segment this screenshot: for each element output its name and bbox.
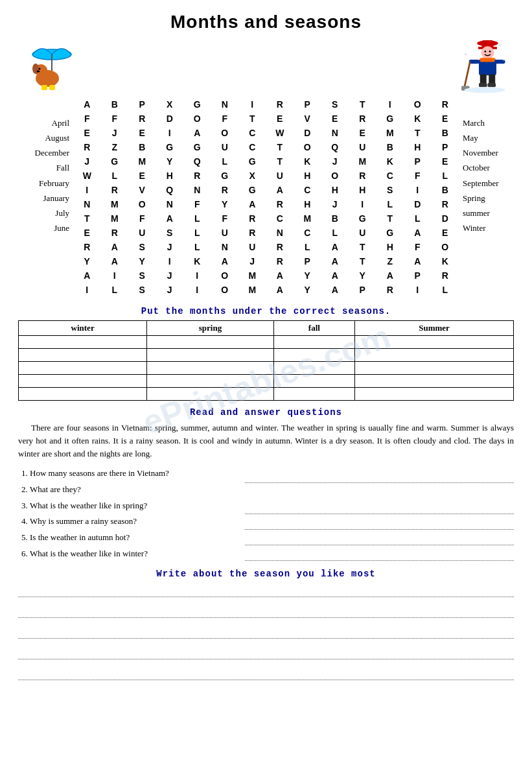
svg-point-12 [481, 46, 494, 59]
grid-cell: E [321, 112, 349, 126]
grid-cell: S [376, 183, 404, 197]
grid-cell: G [183, 97, 211, 112]
col-winter: winter [19, 321, 147, 336]
write-lines [18, 583, 514, 680]
grid-cell: U [128, 226, 156, 240]
grid-cell: A [376, 268, 404, 283]
svg-point-25 [465, 87, 505, 93]
answer-line [245, 515, 514, 530]
grid-cell: A [321, 240, 349, 254]
grid-cell: Y [128, 254, 156, 268]
season-cell [273, 336, 354, 349]
grid-cell: A [321, 283, 349, 297]
grid-cell: F [183, 197, 211, 211]
grid-cell: R [73, 240, 101, 254]
grid-cell: T [376, 211, 404, 226]
grid-cell: L [101, 283, 129, 297]
grid-cell: R [101, 183, 129, 197]
grid-cell: A [321, 268, 349, 283]
grid-cell: H [404, 140, 432, 154]
svg-rect-7 [41, 85, 47, 90]
grid-cell: O [321, 169, 349, 183]
grid-cell: R [266, 197, 294, 211]
answer-line [245, 547, 514, 561]
grid-cell: M [238, 283, 266, 297]
grid-cell: L [404, 211, 432, 226]
grid-cell: G [183, 140, 211, 154]
grid-cell: U [349, 226, 376, 240]
grid-cell: A [404, 254, 432, 268]
grid-cell: L [211, 154, 239, 169]
write-line [18, 666, 514, 680]
season-cell [273, 362, 354, 375]
question-item: Why is summer a rainy season? [30, 514, 238, 530]
grid-cell: T [266, 154, 294, 169]
word-item: September [463, 176, 514, 191]
grid-cell: M [349, 154, 376, 169]
grid-cell: P [432, 140, 459, 154]
grid-cell: I [183, 283, 211, 297]
grid-cell: Q [321, 140, 349, 154]
grid-cell: O [432, 240, 459, 254]
season-cell [273, 388, 354, 401]
grid-cell: H [294, 169, 321, 183]
grid-cell: Y [73, 254, 101, 268]
word-item: August [18, 130, 69, 145]
grid-cell: T [266, 140, 294, 154]
grid-cell: L [294, 240, 321, 254]
grid-cell: Y [156, 154, 184, 169]
grid-cell: E [266, 112, 294, 126]
grid-cell: E [128, 126, 156, 140]
svg-point-6 [37, 71, 40, 73]
grid-cell: H [321, 183, 349, 197]
question-item: What is the weather like in winter? [30, 546, 238, 562]
word-item: April [18, 115, 69, 130]
grid-cell: D [294, 126, 321, 140]
grid-cell: C [266, 211, 294, 226]
col-spring: spring [147, 321, 273, 336]
grid-cell: A [156, 211, 184, 226]
answers-column [245, 466, 514, 562]
grid-cell: H [376, 240, 404, 254]
grid-cell: Z [376, 254, 404, 268]
right-illustration: * * * [456, 36, 514, 95]
word-item: Winter [463, 220, 514, 235]
grid-cell: J [321, 154, 349, 169]
grid-cell: N [211, 97, 239, 112]
grid-cell: C [376, 169, 404, 183]
grid-cell: S [128, 283, 156, 297]
wordsearch-section: April August December Fall February Janu… [18, 97, 514, 297]
grid-cell: S [156, 226, 184, 240]
svg-text:*: * [498, 43, 502, 49]
grid-cell: J [321, 197, 349, 211]
grid-cell: O [183, 112, 211, 126]
grid-cell: R [238, 211, 266, 226]
grid-cell: G [238, 183, 266, 197]
word-list-left: April August December Fall February Janu… [18, 97, 73, 235]
svg-point-5 [39, 68, 41, 70]
grid-cell: F [404, 169, 432, 183]
grid-cell: A [73, 268, 101, 283]
questions-column: How many seasons are there in Vietnam?Wh… [18, 466, 238, 562]
grid-cell: Q [183, 154, 211, 169]
grid-cell: F [211, 112, 239, 126]
grid-cell: E [432, 226, 459, 240]
word-item: November [463, 145, 514, 160]
grid-cell: A [183, 126, 211, 140]
grid-cell: O [211, 126, 239, 140]
grid-cell: E [349, 126, 376, 140]
season-cell [355, 336, 514, 349]
header-area: * * * [18, 36, 514, 95]
grid-cell: P [294, 254, 321, 268]
grid-cell: T [349, 240, 376, 254]
grid-cell: R [349, 112, 376, 126]
svg-point-13 [485, 51, 487, 53]
word-item: January [18, 191, 69, 206]
grid-cell: I [73, 183, 101, 197]
answer-line [245, 531, 514, 545]
grid-cell: B [432, 126, 459, 140]
grid-cell: T [349, 97, 376, 112]
grid-cell: A [211, 254, 239, 268]
grid-cell: L [101, 169, 129, 183]
grid-cell: Y [349, 268, 376, 283]
